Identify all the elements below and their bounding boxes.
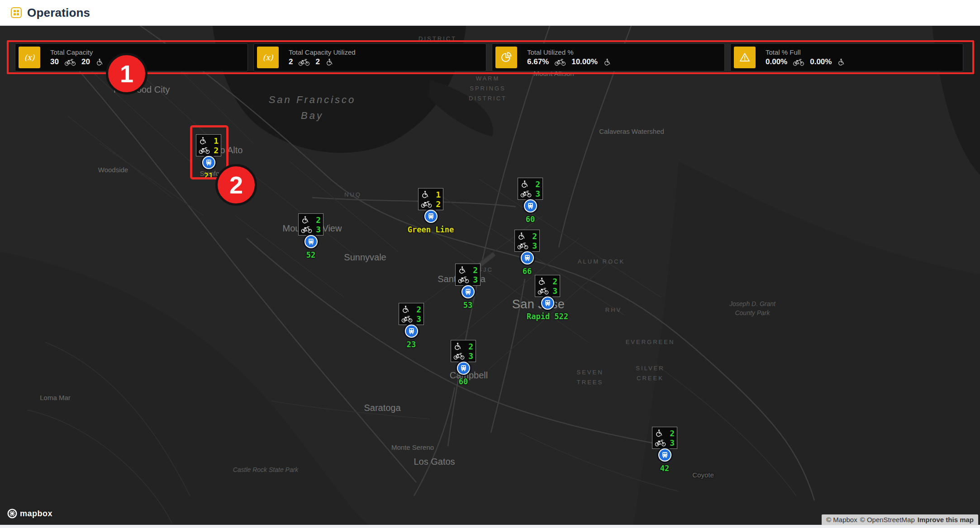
bike-count: 2 xyxy=(436,199,441,209)
station-marker-box: 2 3 xyxy=(455,264,480,286)
map-roads-artwork xyxy=(0,26,980,525)
station-marker-box: 2 3 xyxy=(399,303,424,325)
operations-grid-icon xyxy=(11,7,22,18)
bike-icon xyxy=(453,352,465,360)
kpi-wheelchair-value: 10.00% xyxy=(571,57,598,66)
map-canvas[interactable] xyxy=(0,26,980,525)
bus-stop-icon[interactable] xyxy=(304,235,318,248)
station-marker-box: 2 3 xyxy=(514,230,540,252)
station-marker-route-60-north[interactable]: 2 3 60 xyxy=(518,178,543,224)
kpi-wheelchair-value: 2 xyxy=(315,57,319,66)
map-attribution: © Mapbox © OpenStreetMap Improve this ma… xyxy=(822,514,978,525)
wheelchair-icon xyxy=(458,266,466,274)
bus-icon xyxy=(307,238,315,245)
station-marker-route-42[interactable]: 2 3 42 xyxy=(652,427,677,473)
kpi-bike-value: 6.67% xyxy=(527,57,549,66)
wheelchair-count: 2 xyxy=(552,277,557,286)
route-label: 53 xyxy=(463,301,472,310)
bike-icon xyxy=(64,58,76,66)
wheelchair-count: 1 xyxy=(214,136,219,146)
wheelchair-icon xyxy=(421,190,428,199)
bus-icon xyxy=(460,364,467,372)
wheelchair-icon xyxy=(837,58,844,66)
bus-icon xyxy=(661,451,669,459)
bus-icon xyxy=(427,212,435,220)
station-marker-box: 2 3 xyxy=(451,340,476,362)
pie-chart-icon xyxy=(500,52,512,63)
bike-icon xyxy=(421,200,432,208)
kpi-card-icon: (x) xyxy=(19,47,40,68)
route-label: 42 xyxy=(660,464,669,473)
bike-icon xyxy=(538,287,549,295)
bike-count: 2 xyxy=(214,146,219,155)
wheelchair-icon xyxy=(301,216,309,224)
bus-icon xyxy=(205,159,213,166)
kpi-card-total-pct-full: Total % Full 0.00% 0.00% xyxy=(730,43,963,71)
bus-stop-icon[interactable] xyxy=(405,325,418,338)
bike-icon xyxy=(458,276,469,283)
bike-count: 3 xyxy=(670,438,675,448)
bike-icon xyxy=(520,190,532,198)
station-marker-route-21-stanford[interactable]: 1 2 21 xyxy=(196,134,221,180)
kpi-bike-value: 2 xyxy=(289,57,293,66)
kpi-card-icon: (x) xyxy=(257,47,279,68)
bus-icon xyxy=(464,288,472,296)
kpi-wheelchair-value: 0.00% xyxy=(810,57,832,66)
app-header: Operations xyxy=(0,0,980,26)
bus-stop-icon[interactable] xyxy=(461,285,475,298)
station-marker-green-line[interactable]: 1 2 Green Lin xyxy=(418,188,443,234)
bus-icon xyxy=(527,202,534,210)
kpi-card-icon xyxy=(495,47,517,68)
wheelchair-icon xyxy=(453,342,461,351)
station-marker-route-23[interactable]: 2 3 23 xyxy=(399,303,424,349)
wheelchair-icon xyxy=(538,277,545,286)
improve-map-link[interactable]: Improve this map xyxy=(918,516,974,523)
station-marker-route-60-campbell[interactable]: 2 3 60 xyxy=(451,340,476,386)
kpi-wheelchair-value: 20 xyxy=(81,57,90,66)
bus-stop-icon[interactable] xyxy=(658,448,671,462)
formula-icon: (x) xyxy=(24,53,35,62)
bike-count: 3 xyxy=(473,275,478,284)
wheelchair-count: 2 xyxy=(532,231,537,241)
bus-stop-icon[interactable] xyxy=(541,297,554,310)
kpi-card-title: Total Utilized % xyxy=(527,48,610,56)
bus-stop-icon[interactable] xyxy=(524,199,537,212)
kpi-card-total-utilized-pct: Total Utilized % 6.67% 10.00% xyxy=(492,43,725,71)
bus-icon xyxy=(408,327,415,335)
station-marker-route-53[interactable]: 2 3 53 xyxy=(455,264,480,310)
station-marker-box: 2 3 xyxy=(652,427,677,449)
bus-stop-icon[interactable] xyxy=(521,251,534,264)
station-marker-rapid-522[interactable]: 2 3 Rapid 522 xyxy=(535,275,560,321)
wheelchair-count: 2 xyxy=(416,305,421,314)
bus-stop-icon[interactable] xyxy=(202,156,215,169)
station-marker-route-52[interactable]: 2 3 52 xyxy=(298,213,323,259)
station-marker-box: 2 3 xyxy=(298,213,323,236)
kpi-card-total-capacity-utilized: (x) Total Capacity Utilized 2 2 xyxy=(253,43,486,71)
bike-icon xyxy=(554,58,566,66)
station-marker-route-66[interactable]: 2 3 66 xyxy=(514,230,540,276)
kpi-bike-value: 0.00% xyxy=(766,57,787,66)
bus-stop-icon[interactable] xyxy=(457,362,470,375)
warning-icon xyxy=(739,52,751,63)
bike-icon xyxy=(199,146,210,154)
osm-attribution-link[interactable]: © OpenStreetMap xyxy=(860,516,915,523)
bike-icon xyxy=(517,242,528,250)
mapbox-logo[interactable]: mapbox xyxy=(7,509,52,519)
wheelchair-count: 2 xyxy=(670,429,675,438)
wheelchair-icon xyxy=(325,58,333,66)
mapbox-attribution-link[interactable]: © Mapbox xyxy=(826,516,857,523)
wheelchair-icon xyxy=(95,58,103,66)
bike-icon xyxy=(301,226,312,233)
bike-icon xyxy=(401,315,413,323)
station-marker-box: 1 2 xyxy=(196,134,221,156)
wheelchair-icon xyxy=(655,429,662,438)
wheelchair-count: 2 xyxy=(473,265,478,275)
bus-icon xyxy=(544,299,552,307)
page-title: Operations xyxy=(27,6,90,20)
bus-stop-icon[interactable] xyxy=(424,210,438,223)
bike-icon xyxy=(655,439,666,447)
route-label: 21 xyxy=(204,171,213,180)
mapbox-wordmark: mapbox xyxy=(20,509,52,519)
operations-screen: Operations xyxy=(0,0,980,528)
wheelchair-icon xyxy=(517,232,525,240)
